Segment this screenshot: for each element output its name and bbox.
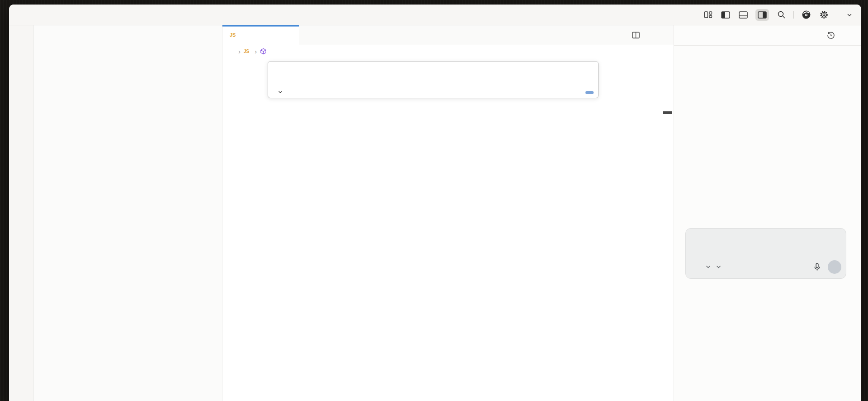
model-selector[interactable] [275, 91, 283, 94]
account-avatar [836, 10, 846, 20]
symbol-function-cube-icon [260, 48, 267, 55]
code-editor[interactable] [222, 58, 674, 401]
breadcrumb-symbol[interactable] [260, 48, 269, 55]
history-icon[interactable] [827, 31, 835, 39]
js-file-icon: JS [230, 32, 236, 38]
close-window-button[interactable] [16, 12, 22, 18]
titlebar [9, 5, 861, 25]
agent-composer[interactable] [685, 228, 846, 279]
minimize-window-button[interactable] [26, 12, 32, 18]
titlebar-divider [793, 11, 794, 19]
window-controls [9, 12, 42, 18]
app-window: JS › JS [9, 5, 861, 401]
toggle-right-panel-icon[interactable] [755, 9, 769, 21]
gemini-swirl-icon[interactable] [801, 10, 811, 20]
mode-selector[interactable] [706, 265, 712, 269]
js-file-icon: JS [244, 49, 249, 54]
submit-button[interactable] [585, 91, 594, 94]
tab-bar: JS [222, 25, 674, 44]
microphone-icon[interactable] [813, 263, 821, 272]
layout-icon[interactable] [703, 10, 713, 20]
explorer-sidebar [34, 25, 222, 401]
agent-panel [674, 25, 861, 401]
chevron-down-icon [706, 265, 711, 269]
account-menu[interactable] [836, 10, 852, 20]
search-icon[interactable] [776, 10, 787, 20]
chevron-down-icon [716, 265, 721, 269]
editor-group: JS › JS [222, 25, 674, 401]
breadcrumb-separator: › [255, 48, 257, 55]
split-editor-icon[interactable] [632, 32, 640, 38]
model-selector[interactable] [716, 265, 723, 269]
toggle-left-panel-icon[interactable] [720, 10, 731, 20]
toggle-bottom-panel-icon[interactable] [738, 10, 749, 20]
minimap-slider[interactable] [663, 111, 672, 114]
zoom-window-button[interactable] [36, 12, 42, 18]
tab-appjs[interactable]: JS [222, 25, 299, 44]
breadcrumb: › JS › [222, 44, 674, 58]
chevron-down-icon [847, 13, 852, 17]
chevron-down-icon [278, 91, 283, 94]
send-button[interactable] [828, 260, 841, 274]
breadcrumb-file[interactable]: JS [244, 49, 251, 54]
activity-bar [9, 25, 34, 401]
inline-instruction-widget [268, 61, 599, 98]
breadcrumb-separator: › [238, 48, 241, 55]
gear-icon[interactable] [818, 10, 829, 20]
